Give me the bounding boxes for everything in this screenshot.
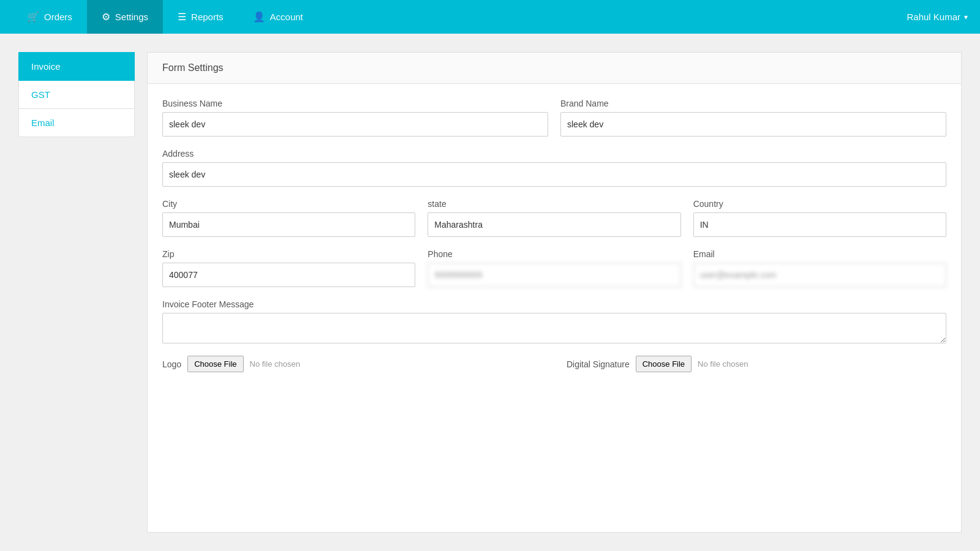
phone-input[interactable] [428, 263, 680, 287]
signature-file-row: Digital Signature Choose File No file ch… [567, 356, 946, 372]
sidebar-item-email[interactable]: Email [18, 109, 135, 137]
panel-header: Form Settings [148, 53, 961, 84]
footer-row: Invoice Footer Message [162, 299, 946, 343]
phone-label: Phone [428, 249, 680, 259]
email-group: Email [693, 249, 946, 287]
brand-name-group: Brand Name [560, 99, 946, 137]
main-layout: Invoice GST Email Form Settings Business… [0, 34, 980, 551]
user-menu[interactable]: Rahul Kumar ▾ [907, 12, 968, 22]
business-name-label: Business Name [162, 99, 548, 108]
sidebar-invoice-label: Invoice [31, 61, 61, 72]
state-group: state [428, 199, 680, 237]
logo-label: Logo [162, 359, 181, 369]
brand-name-label: Brand Name [560, 99, 946, 108]
brand-name-input[interactable] [560, 112, 946, 137]
nav-reports-label: Reports [191, 12, 224, 22]
footer-input[interactable] [162, 313, 946, 343]
logo-no-file-text: No file chosen [250, 359, 300, 369]
business-name-group: Business Name [162, 99, 548, 137]
city-input[interactable] [162, 212, 415, 237]
city-state-country-row: City state Country [162, 199, 946, 237]
file-inputs-row: Logo Choose File No file chosen Digital … [162, 356, 946, 372]
business-name-input[interactable] [162, 112, 548, 137]
nav-settings-label: Settings [115, 12, 148, 22]
country-label: Country [693, 199, 946, 209]
username: Rahul Kumar [907, 12, 960, 22]
country-group: Country [693, 199, 946, 237]
state-input[interactable] [428, 212, 680, 237]
navbar-left: 🛒 Orders ⚙ Settings ☰ Reports 👤 Account [12, 0, 907, 34]
zip-input[interactable] [162, 263, 415, 287]
logo-choose-file-button[interactable]: Choose File [187, 356, 243, 372]
account-icon: 👤 [253, 11, 265, 23]
signature-choose-file-button[interactable]: Choose File [636, 356, 692, 372]
nav-reports[interactable]: ☰ Reports [163, 0, 238, 34]
footer-label: Invoice Footer Message [162, 299, 946, 309]
sidebar-item-invoice[interactable]: Invoice [18, 52, 135, 81]
zip-label: Zip [162, 249, 415, 259]
footer-group: Invoice Footer Message [162, 299, 946, 343]
chevron-down-icon: ▾ [964, 13, 968, 21]
country-input[interactable] [693, 212, 946, 237]
address-group: Address [162, 149, 946, 187]
sidebar-email-label: Email [31, 118, 55, 128]
zip-phone-email-row: Zip Phone Email [162, 249, 946, 287]
zip-group: Zip [162, 249, 415, 287]
content-panel: Form Settings Business Name Brand Name A… [147, 52, 962, 533]
cart-icon: 🛒 [27, 11, 39, 23]
phone-group: Phone [428, 249, 680, 287]
email-label: Email [693, 249, 946, 259]
state-label: state [428, 199, 680, 209]
sidebar-gst-label: GST [31, 89, 50, 100]
nav-settings[interactable]: ⚙ Settings [87, 0, 163, 34]
digital-signature-label: Digital Signature [567, 359, 630, 369]
address-label: Address [162, 149, 946, 159]
city-label: City [162, 199, 415, 209]
panel-title: Form Settings [162, 62, 224, 73]
business-brand-row: Business Name Brand Name [162, 99, 946, 137]
reports-icon: ☰ [178, 11, 186, 23]
navbar: 🛒 Orders ⚙ Settings ☰ Reports 👤 Account … [0, 0, 980, 34]
nav-orders[interactable]: 🛒 Orders [12, 0, 87, 34]
city-group: City [162, 199, 415, 237]
nav-account-label: Account [270, 12, 303, 22]
settings-icon: ⚙ [102, 11, 110, 23]
nav-account[interactable]: 👤 Account [238, 0, 318, 34]
panel-body: Business Name Brand Name Address City [148, 84, 961, 387]
address-row: Address [162, 149, 946, 187]
address-input[interactable] [162, 162, 946, 187]
sidebar-item-gst[interactable]: GST [18, 81, 135, 109]
logo-file-row: Logo Choose File No file chosen [162, 356, 542, 372]
nav-orders-label: Orders [44, 12, 72, 22]
sidebar: Invoice GST Email [18, 52, 135, 533]
email-input[interactable] [693, 263, 946, 287]
signature-no-file-text: No file chosen [698, 359, 748, 369]
